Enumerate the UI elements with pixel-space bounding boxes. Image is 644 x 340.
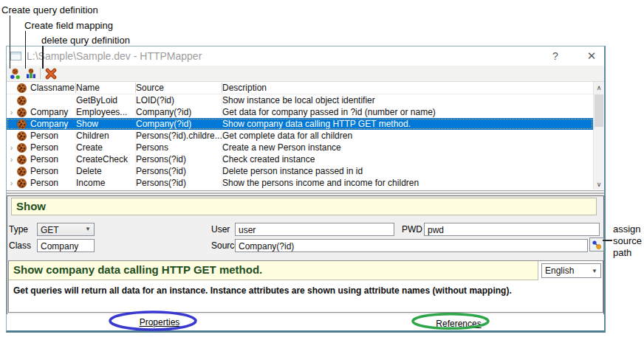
column-header-classname[interactable]: Classname [30,83,76,93]
source-input[interactable]: Company(?id) [235,239,588,252]
callout-delete-query-definition: delete qury definition [41,35,130,46]
scroll-up-icon[interactable]: ∧ [594,82,604,93]
query-icon [17,155,27,164]
language-select[interactable]: English ▼ [541,263,601,278]
query-list: Classname Name Source Description GetByL… [7,82,593,190]
column-header-source[interactable]: Source [136,83,222,93]
query-icon [17,96,27,105]
table-row[interactable]: Person Children Persons(?id).childre... … [7,130,593,142]
assign-source-path-button[interactable] [589,237,604,251]
table-row[interactable]: › Person Create Persons Create a new Per… [7,142,593,153]
callout-line [25,31,26,69]
chevron-down-icon: ▼ [85,226,91,232]
query-list-header[interactable]: Classname Name Source Description [7,82,593,94]
callout-line [10,15,10,69]
table-row[interactable]: Person Delete Persons(?id) Delete person… [7,165,593,177]
vertical-scrollbar[interactable]: ∧ ∨ [593,82,604,190]
create-query-icon [10,68,21,80]
description-panel: Show company data calling HTTP GET metho… [8,260,603,313]
user-input[interactable]: user [235,223,394,236]
httpmapper-window: L:\Sample\Sample.dev - HTTPMapper ? ✕ [6,46,606,333]
type-select[interactable]: GET ▼ [37,223,95,236]
delete-x-icon [45,68,57,80]
properties-highlight-ellipse [108,310,198,331]
callout-create-field-mapping: Create field mapping [24,20,113,31]
description-body: Get queries will return all data for an … [13,285,597,296]
close-button[interactable]: ✕ [579,48,604,63]
create-field-mapping-icon [25,68,37,80]
table-row[interactable]: › Company Employees... Company(?id) Get … [7,106,593,118]
chevron-down-icon: ▼ [592,268,597,274]
column-header-name[interactable]: Name [76,83,136,93]
scrollbar-thumb[interactable] [595,94,603,127]
type-label: Type [9,224,28,235]
query-icon [17,83,27,93]
toolbar-separator [40,68,41,79]
expand-chevron-icon[interactable]: › [7,108,16,117]
toolbar [7,66,604,82]
callout-assign-source-path: assign source path [613,223,644,259]
column-header-description[interactable]: Description [222,83,593,93]
references-highlight-ellipse [411,313,490,330]
screenshot-root: Create query definition Create field map… [0,0,644,340]
query-icon [17,119,27,129]
window-title: L:\Sample\Sample.dev - HTTPMapper [27,50,202,62]
query-icon [17,167,27,176]
callout-line [42,46,44,69]
query-icon [17,178,27,188]
table-row[interactable]: GetByLoid LOID(?id) Show instance be loc… [7,94,593,106]
expand-chevron-icon[interactable]: › [7,143,16,153]
callout-create-query-definition: Create query definition [1,4,98,15]
horizontal-splitter[interactable] [7,190,604,195]
app-window-icon [10,52,21,60]
expand-chevron-icon[interactable]: › [7,178,16,188]
query-icon [17,131,27,141]
table-row[interactable]: › Person CreateCheck Persons(?id) Check … [7,153,593,165]
detail-panel: Show Type GET ▼ Class Company User user … [7,195,604,314]
pwd-input[interactable]: pwd [424,223,600,236]
pwd-label: PWD [402,224,422,235]
assign-source-path-icon [592,240,602,250]
class-label: Class [9,240,31,251]
table-row-selected[interactable]: Company Show Company(?id) Show company d… [7,118,593,130]
title-bar[interactable]: L:\Sample\Sample.dev - HTTPMapper ? ✕ [7,46,604,66]
scroll-down-icon[interactable]: ∨ [594,178,604,190]
help-button[interactable]: ? [543,48,568,63]
query-icon [17,143,27,153]
class-input[interactable]: Company [37,239,95,252]
detail-title: Show [11,198,597,215]
callout-line [603,240,612,241]
delete-query-definition-button[interactable] [43,66,58,81]
user-label: User [211,224,230,235]
description-title: Show company data calling HTTP GET metho… [9,261,538,280]
query-icon [17,108,27,117]
expand-chevron-icon[interactable]: › [7,155,16,164]
table-row[interactable]: › Person Income Persons(?id) Show the pe… [7,177,593,189]
